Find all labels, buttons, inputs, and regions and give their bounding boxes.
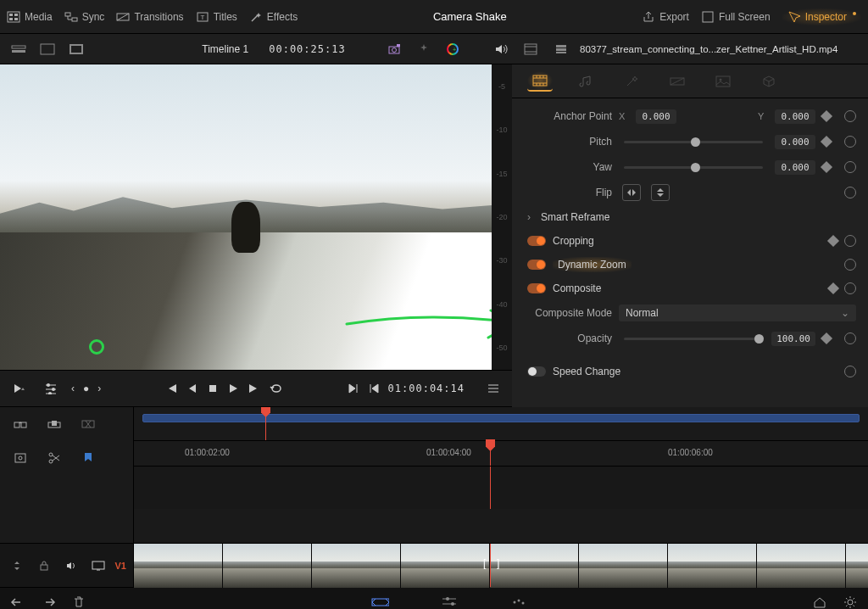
pitch-slider[interactable] bbox=[624, 141, 763, 143]
inspector-tab-effects[interactable] bbox=[619, 71, 644, 92]
timeline-name[interactable]: Timeline 1 bbox=[202, 43, 248, 55]
first-frame[interactable] bbox=[164, 383, 178, 394]
marker-dot[interactable]: ● bbox=[83, 383, 89, 394]
viewer-mode-2[interactable] bbox=[36, 37, 59, 61]
clip-thumbnail[interactable] bbox=[579, 544, 668, 588]
play-button[interactable] bbox=[227, 383, 239, 394]
inspector-tab-transition[interactable] bbox=[665, 71, 690, 92]
flip-vertical[interactable] bbox=[651, 184, 670, 201]
next-marker[interactable]: › bbox=[97, 383, 101, 394]
clip-view-1[interactable] bbox=[519, 37, 542, 61]
yaw-reset[interactable] bbox=[844, 161, 856, 173]
cropping-keyframe[interactable] bbox=[827, 235, 839, 247]
undo-button[interactable] bbox=[8, 593, 27, 610]
clip-thumbnail[interactable] bbox=[312, 544, 401, 588]
step-back[interactable] bbox=[186, 383, 198, 394]
clip-view-2[interactable] bbox=[549, 37, 573, 61]
home-button[interactable] bbox=[810, 593, 829, 610]
inspector-button[interactable]: Inspector bbox=[782, 8, 861, 25]
opacity-keyframe[interactable] bbox=[821, 332, 832, 344]
cut-tool[interactable] bbox=[42, 446, 66, 470]
settings-sliders[interactable] bbox=[39, 377, 63, 400]
page-more[interactable] bbox=[509, 593, 528, 610]
sync-tab[interactable]: Sync bbox=[64, 10, 105, 24]
media-tab[interactable]: Media bbox=[7, 10, 53, 24]
flip-reset[interactable] bbox=[844, 187, 856, 198]
composite-reset[interactable] bbox=[844, 282, 856, 294]
inspector-tab-file[interactable] bbox=[756, 71, 782, 92]
titles-tab[interactable]: T Titles bbox=[196, 10, 237, 24]
flip-horizontal[interactable] bbox=[622, 184, 641, 201]
inspector-tab-video[interactable] bbox=[527, 71, 553, 92]
track-video[interactable] bbox=[88, 554, 108, 578]
pitch-reset[interactable] bbox=[844, 136, 856, 148]
prev-clip[interactable] bbox=[368, 383, 380, 394]
fullscreen-button[interactable]: Full Screen bbox=[701, 10, 771, 24]
in-bracket[interactable]: [ bbox=[483, 557, 486, 569]
speaker-button[interactable] bbox=[492, 37, 512, 61]
overview-bar[interactable] bbox=[142, 414, 860, 422]
viewer-timecode[interactable]: 00:00:25:13 bbox=[269, 43, 345, 55]
opacity-reset[interactable] bbox=[844, 332, 856, 344]
marker-tool[interactable] bbox=[76, 446, 100, 470]
yaw-keyframe[interactable] bbox=[821, 161, 832, 173]
composite-section[interactable]: Composite bbox=[512, 277, 868, 300]
transport-timecode[interactable]: 01:00:04:14 bbox=[388, 383, 465, 394]
replace-tool[interactable] bbox=[76, 412, 100, 436]
color-wheel-button[interactable]: + bbox=[441, 37, 465, 61]
transport-menu[interactable] bbox=[481, 377, 505, 400]
viewer-mode-3[interactable] bbox=[64, 37, 88, 61]
smart-reframe-section[interactable]: › Smart Reframe bbox=[512, 205, 868, 229]
anchor-x-input[interactable]: 0.000 bbox=[636, 109, 676, 124]
yaw-slider[interactable] bbox=[624, 166, 763, 169]
clip-playhead[interactable] bbox=[490, 544, 491, 587]
bypass-color-button[interactable] bbox=[383, 37, 407, 61]
track-height[interactable] bbox=[7, 554, 27, 578]
timeline-overview[interactable] bbox=[134, 407, 868, 441]
timeline-playhead[interactable] bbox=[486, 439, 495, 451]
next-clip[interactable] bbox=[348, 383, 359, 394]
composite-mode-select[interactable]: Normal ⌄ bbox=[619, 304, 856, 321]
transitions-tab[interactable]: Transitions bbox=[116, 10, 183, 24]
track-clips[interactable]: [ ] bbox=[134, 544, 868, 587]
dynamic-zoom-toggle[interactable] bbox=[527, 260, 546, 270]
loop-button[interactable] bbox=[270, 383, 283, 394]
clip-thumbnail[interactable] bbox=[490, 544, 579, 588]
effects-tab[interactable]: Effects bbox=[249, 10, 298, 24]
track-audio[interactable] bbox=[61, 554, 81, 578]
track-lock[interactable] bbox=[34, 554, 54, 578]
timeline-scale[interactable]: 01:00:02:00 01:00:04:00 01:00:06:00 bbox=[134, 441, 868, 467]
clip-thumbnail[interactable] bbox=[223, 544, 312, 588]
page-cut[interactable] bbox=[370, 593, 389, 610]
video-preview[interactable] bbox=[0, 64, 492, 370]
settings-button[interactable] bbox=[841, 593, 860, 610]
export-button[interactable]: Export bbox=[642, 10, 689, 24]
redo-button[interactable] bbox=[39, 593, 58, 610]
speed-change-reset[interactable] bbox=[844, 366, 856, 377]
last-frame[interactable] bbox=[248, 383, 261, 394]
anchor-keyframe[interactable] bbox=[821, 110, 832, 122]
frame-tool[interactable] bbox=[8, 446, 32, 470]
timeline-body[interactable]: 01:00:02:00 01:00:04:00 01:00:06:00 bbox=[134, 407, 868, 543]
clip-thumbnail[interactable] bbox=[134, 544, 223, 588]
dynamic-zoom-reset[interactable] bbox=[844, 259, 856, 271]
pitch-input[interactable]: 0.000 bbox=[775, 135, 815, 149]
clip-thumbnail[interactable] bbox=[757, 544, 846, 588]
clip-thumbnail[interactable] bbox=[668, 544, 757, 588]
delete-button[interactable] bbox=[70, 593, 88, 610]
overwrite-tool[interactable] bbox=[42, 412, 66, 436]
fx-button[interactable] bbox=[412, 37, 436, 61]
stop-button[interactable] bbox=[207, 383, 219, 394]
yaw-input[interactable]: 0.000 bbox=[775, 160, 815, 175]
cropping-reset[interactable] bbox=[844, 235, 856, 247]
cropping-toggle[interactable] bbox=[527, 236, 546, 246]
viewer-mode-1[interactable] bbox=[7, 37, 31, 61]
speed-change-section[interactable]: Speed Change bbox=[512, 360, 868, 383]
page-edit[interactable] bbox=[440, 593, 459, 610]
dynamic-zoom-section[interactable]: Dynamic Zoom bbox=[512, 253, 868, 277]
tool-dropdown[interactable] bbox=[7, 377, 31, 400]
composite-keyframe[interactable] bbox=[827, 282, 839, 294]
anchor-y-input[interactable]: 0.000 bbox=[775, 109, 815, 124]
inspector-tab-image[interactable] bbox=[710, 71, 736, 92]
clip-thumbnail[interactable] bbox=[846, 544, 868, 588]
